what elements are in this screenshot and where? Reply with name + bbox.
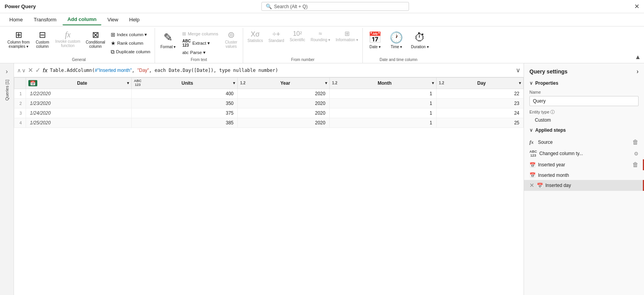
menu-item-home[interactable]: Home <box>5 14 28 25</box>
step-inserted-day[interactable]: ✕ 📅 Inserted day <box>524 180 644 191</box>
row-num-cell: 2 <box>14 98 26 108</box>
rank-column-icon: ★ <box>111 40 116 46</box>
col-header-year: 1.2 Year ▾ <box>238 78 329 89</box>
close-button[interactable]: ✕ <box>634 3 639 10</box>
row-day-cell: 22 <box>436 89 523 98</box>
app-title: Power Query <box>5 3 36 9</box>
query-settings-title: Query settings <box>529 68 567 75</box>
step-inserted-year[interactable]: 📅 Inserted year 🗑 <box>524 159 644 170</box>
extract-button[interactable]: ABC123 Extract ▾ <box>180 38 212 48</box>
scientific-button[interactable]: 10² Scientific <box>288 30 307 43</box>
day-col-name: Day <box>477 80 486 86</box>
ribbon-group-from-text: ✎ Format ▾ ⊞ Merge columns ABC123 Extrac… <box>155 28 243 63</box>
date-button[interactable]: 📅 Date ▾ <box>365 30 385 51</box>
step-inserted-day-x-btn[interactable]: ✕ <box>529 182 534 189</box>
menu-item-view[interactable]: View <box>103 14 123 25</box>
entity-type-property-row: Entity type ⓘ Custom <box>524 108 644 125</box>
formula-confirm-button[interactable]: ✓ <box>35 66 40 74</box>
ribbon-collapse-button[interactable]: ▲ <box>635 54 641 61</box>
name-property-input[interactable]: Query <box>529 96 639 106</box>
format-icon: ✎ <box>164 31 172 44</box>
step-source-actions: 🗑 <box>632 139 639 146</box>
column-from-examples-button[interactable]: ⊞ Column fromexamples ▾ <box>5 30 31 50</box>
step-inserted-month-label: Inserted month <box>538 173 639 178</box>
year-col-dropdown[interactable]: ▾ <box>325 81 327 85</box>
custom-column-button[interactable]: ⊟ Customcolumn <box>33 30 52 50</box>
sidebar-toggle[interactable]: › <box>4 66 9 77</box>
duration-button[interactable]: ⏱ Duration ▾ <box>408 30 432 51</box>
search-box[interactable]: 🔍 Search (Alt + Q) <box>261 2 409 11</box>
custom-column-label: Customcolumn <box>36 40 49 49</box>
index-column-label: Index column ▾ <box>117 32 147 37</box>
table-area: 📅 Date ▾ ABC123 Units ▾ <box>14 77 524 295</box>
invoke-custom-function-button[interactable]: fx Invoke customfunction <box>53 30 82 49</box>
sidebar: › Queries [1] <box>0 63 14 295</box>
conditional-column-icon: ⊠ <box>92 31 99 39</box>
conditional-column-button[interactable]: ⊠ Conditionalcolumn <box>84 30 107 50</box>
applied-steps-section-header[interactable]: ∨ Applied steps <box>524 125 644 135</box>
information-button[interactable]: ⊞ Information ▾ <box>334 30 360 43</box>
properties-chevron-icon: ∨ <box>529 80 533 86</box>
rounding-label: Rounding ▾ <box>311 38 331 42</box>
time-button[interactable]: 🕐 Time ▾ <box>386 30 406 51</box>
formula-input[interactable]: Table.AddColumn(#"Inserted month", "Day"… <box>50 68 513 73</box>
row-month-cell: 1 <box>329 118 436 127</box>
query-settings-expand[interactable]: › <box>637 68 639 75</box>
day-col-dropdown[interactable]: ▾ <box>519 81 521 85</box>
row-date-cell: 1/22/2020 <box>26 89 132 98</box>
menu-item-transform[interactable]: Transform <box>29 14 61 25</box>
step-inserted-year-label: Inserted year <box>538 162 630 168</box>
date-label: Date ▾ <box>369 45 381 49</box>
row-month-cell: 1 <box>329 108 436 118</box>
rank-column-button[interactable]: ★ Rank column <box>109 39 145 47</box>
date-col-dropdown[interactable]: ▾ <box>127 81 129 85</box>
content-area: ∧ ∨ ✕ ✓ fx Table.AddColumn(#"Inserted mo… <box>14 63 524 295</box>
formula-down-button[interactable]: ∨ <box>22 67 26 73</box>
formula-expand-button[interactable]: ∨ <box>516 66 520 74</box>
step-inserted-day-label: Inserted day <box>545 183 639 188</box>
row-units-cell: 400 <box>131 89 238 98</box>
step-inserted-month[interactable]: 📅 Inserted month <box>524 170 644 180</box>
ribbon: ⊞ Column fromexamples ▾ ⊟ Customcolumn f… <box>0 26 644 63</box>
from-text-col-buttons: ⊞ Merge columns ABC123 Extract ▾ abc Par… <box>180 30 220 57</box>
month-col-type-icon: 1.2 <box>332 81 338 85</box>
step-inserted-day-icon: 📅 <box>537 183 543 189</box>
row-num-cell: 1 <box>14 89 26 98</box>
duplicate-column-button[interactable]: ⧉ Duplicate column <box>109 48 152 56</box>
title-bar-right: ✕ <box>634 3 639 10</box>
step-changed-type-settings-btn[interactable]: ⚙ <box>634 151 639 157</box>
time-label: Time ▾ <box>391 45 402 49</box>
applied-steps-label: Applied steps <box>535 127 566 133</box>
rounding-button[interactable]: ≈ Rounding ▾ <box>309 30 332 43</box>
ribbon-from-number-inner: Χσ Statistics ÷+ Standard 10² Scientific… <box>245 30 360 57</box>
from-text-group-label: From text <box>157 57 240 63</box>
standard-label: Standard <box>268 38 284 43</box>
merge-columns-label: Merge columns <box>188 31 218 36</box>
format-label: Format ▾ <box>160 45 176 49</box>
statistics-label: Statistics <box>247 38 263 43</box>
formula-cancel-button[interactable]: ✕ <box>28 66 33 74</box>
step-inserted-year-delete-btn[interactable]: 🗑 <box>632 161 639 168</box>
cluster-values-label: Clustervalues <box>225 40 237 49</box>
formula-up-button[interactable]: ∧ <box>17 67 21 73</box>
merge-columns-button[interactable]: ⊞ Merge columns <box>180 30 220 37</box>
menu-item-help[interactable]: Help <box>125 14 144 25</box>
step-source-delete-btn[interactable]: 🗑 <box>632 139 639 146</box>
units-col-dropdown[interactable]: ▾ <box>233 81 235 85</box>
year-col-name: Year <box>280 80 290 86</box>
standard-button[interactable]: ÷+ Standard <box>266 30 286 44</box>
cluster-values-button[interactable]: ⊚ Clustervalues <box>222 30 240 50</box>
step-source[interactable]: fx Source 🗑 <box>524 137 644 148</box>
duplicate-column-label: Duplicate column <box>116 49 150 54</box>
index-column-button[interactable]: ⊞ Index column ▾ <box>109 31 149 38</box>
row-month-cell: 1 <box>329 89 436 98</box>
statistics-button[interactable]: Χσ Statistics <box>245 30 265 44</box>
parse-button[interactable]: abc Parse ▾ <box>180 49 207 56</box>
month-col-dropdown[interactable]: ▾ <box>432 81 434 85</box>
format-button[interactable]: ✎ Format ▾ <box>157 30 179 51</box>
properties-section-header[interactable]: ∨ Properties <box>524 78 644 88</box>
menu-item-add-column[interactable]: Add column <box>63 14 101 25</box>
step-changed-column-type[interactable]: ABC123 Changed column ty... ⚙ <box>524 148 644 159</box>
row-units-cell: 385 <box>131 118 238 127</box>
month-col-name: Month <box>378 80 392 86</box>
